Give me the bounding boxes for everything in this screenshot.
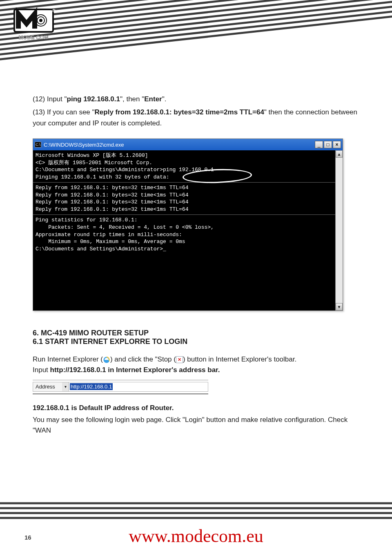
cmd-titlebar[interactable]: C:\ C:\WINDOWS\System32\cmd.exe _ □ × <box>33 139 343 150</box>
cmd-line: C:\Documents and Settings\Administrator>… <box>36 166 333 174</box>
address-rule-bottom <box>33 393 208 394</box>
header-stripes <box>0 0 392 69</box>
address-value: http://192.168.0.1 <box>70 383 113 390</box>
section-heading: 6. MC-419 MIMO ROUTER SETUP <box>33 329 359 337</box>
cmd-line: <C> 版权所有 1985-2001 Microsoft Corp. <box>36 159 333 167</box>
address-label: Address <box>33 382 62 392</box>
stop-icon: ✕ <box>176 356 183 363</box>
minimize-button[interactable]: _ <box>315 141 323 148</box>
address-dropdown-icon[interactable]: ▾ <box>62 382 69 392</box>
maximize-button[interactable]: □ <box>324 141 332 148</box>
cmd-line: Reply from 192.168.0.1: bytes=32 time<1m… <box>36 199 333 206</box>
address-rule-top <box>33 380 208 380</box>
footer-url: www.modecom.eu <box>0 526 392 547</box>
cmd-line: Approximate round trip times in milli-se… <box>36 231 333 239</box>
cmd-line: Microsoft Windows XP [版本 5.1.2600] <box>36 152 333 159</box>
run-ie-instruction: Run Internet Explorer ( ) and click the … <box>33 354 359 365</box>
cmd-line: Minimum = 0ms, Maximum = 0ms, Average = … <box>36 238 333 245</box>
default-ip-note: 192.168.0.1 is Default IP address of Rou… <box>33 404 359 412</box>
ie-icon <box>103 356 110 364</box>
svg-line-2 <box>0 0 392 14</box>
section-subheading: 6.1 START INTERNET EXPLORRE TO LOGIN <box>33 337 359 346</box>
cmd-line: Reply from 192.168.0.1: bytes=32 time<1m… <box>36 184 333 192</box>
scroll-down-button[interactable]: ▼ <box>336 303 343 310</box>
cmd-scrollbar[interactable]: ▲ ▼ <box>335 150 343 310</box>
cmd-line: Reply from 192.168.0.1: bytes=32 time<1m… <box>36 206 333 213</box>
close-button[interactable]: × <box>333 141 341 148</box>
cmd-line: Ping statistics for 192.168.0.1: <box>36 216 333 224</box>
cmd-title: C:\WINDOWS\System32\cmd.exe <box>44 142 124 148</box>
svg-point-14 <box>39 19 42 22</box>
footer-stripes <box>0 499 392 522</box>
svg-line-8 <box>0 0 392 43</box>
svg-text:MODE COM: MODE COM <box>19 34 49 40</box>
address-input[interactable]: http://192.168.0.1 <box>69 382 208 392</box>
followup-text: You may see the following login web page… <box>33 415 359 436</box>
brand-logo: MODE COM <box>12 7 57 42</box>
registered-mark: ® <box>52 8 56 13</box>
cmd-icon: C:\ <box>35 142 41 147</box>
cmd-line: Packets: Sent = 4, Received = 4, Lost = … <box>36 224 333 231</box>
step-13: (13) If you can see "Reply from 192.168.… <box>33 107 359 129</box>
address-bar: Address ▾ http://192.168.0.1 <box>33 382 208 392</box>
cmd-line: C:\Documents and Settings\Administrator>… <box>36 245 333 253</box>
cmd-window: C:\ C:\WINDOWS\System32\cmd.exe _ □ × Mi… <box>33 138 343 311</box>
step-12: (12) Input "ping 192.168.0.1", then "Ent… <box>33 94 359 105</box>
cmd-output[interactable]: Microsoft Windows XP [版本 5.1.2600] <C> 版… <box>33 150 335 310</box>
input-url-instruction: Input http://192.168.0.1 in Internet Exp… <box>33 365 359 375</box>
cmd-line: Reply from 192.168.0.1: bytes=32 time<1m… <box>36 192 333 199</box>
scroll-up-button[interactable]: ▲ <box>336 150 343 158</box>
scroll-track[interactable] <box>336 158 343 303</box>
